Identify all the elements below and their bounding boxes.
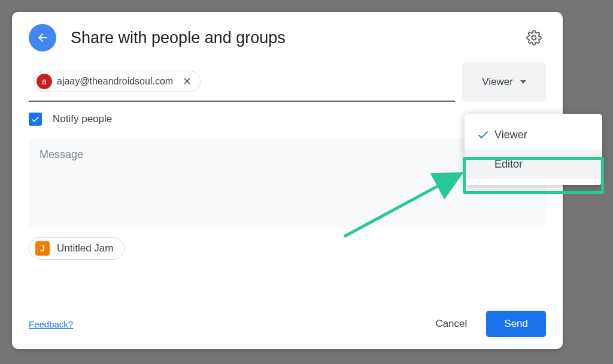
settings-button[interactable]: [522, 26, 546, 50]
role-option-label: Viewer: [494, 129, 527, 141]
attachment-name: Untitled Jam: [57, 242, 113, 254]
svg-point-0: [532, 36, 536, 40]
avatar: a: [37, 74, 52, 89]
role-dropdown-label: Viewer: [482, 76, 513, 88]
recipients-row: a ajaay@theandroidsoul.com ✕ Viewer: [12, 62, 563, 102]
recipients-input[interactable]: a ajaay@theandroidsoul.com ✕: [29, 62, 455, 102]
chevron-down-icon: [520, 80, 526, 84]
role-option-label: Editor: [494, 158, 523, 171]
dialog-header: Share with people and groups: [12, 12, 563, 62]
check-icon: [31, 114, 40, 124]
notify-label: Notify people: [53, 113, 112, 125]
recipient-chip[interactable]: a ajaay@theandroidsoul.com ✕: [34, 71, 201, 92]
notify-checkbox[interactable]: [29, 113, 42, 126]
role-option-viewer[interactable]: Viewer: [465, 120, 602, 150]
attachment-chip[interactable]: J Untitled Jam: [29, 237, 125, 260]
dialog-title: Share with people and groups: [71, 29, 522, 47]
recipient-email: ajaay@theandroidsoul.com: [57, 76, 173, 87]
remove-recipient-button[interactable]: ✕: [180, 75, 194, 88]
message-placeholder: Message: [40, 148, 83, 160]
jamboard-icon: J: [35, 241, 50, 256]
check-icon: [477, 128, 494, 141]
cancel-button[interactable]: Cancel: [422, 312, 480, 336]
role-menu: Viewer Editor: [465, 114, 602, 185]
dialog-footer: Feedback? Cancel Send: [12, 305, 563, 349]
role-dropdown[interactable]: Viewer: [462, 62, 546, 102]
attachment-row: J Untitled Jam: [12, 228, 563, 269]
role-option-editor[interactable]: Editor: [465, 150, 602, 179]
send-button[interactable]: Send: [486, 311, 546, 337]
gear-icon: [526, 30, 542, 46]
feedback-link[interactable]: Feedback?: [29, 319, 73, 329]
arrow-left-icon: [36, 31, 49, 44]
back-button[interactable]: [29, 24, 56, 51]
